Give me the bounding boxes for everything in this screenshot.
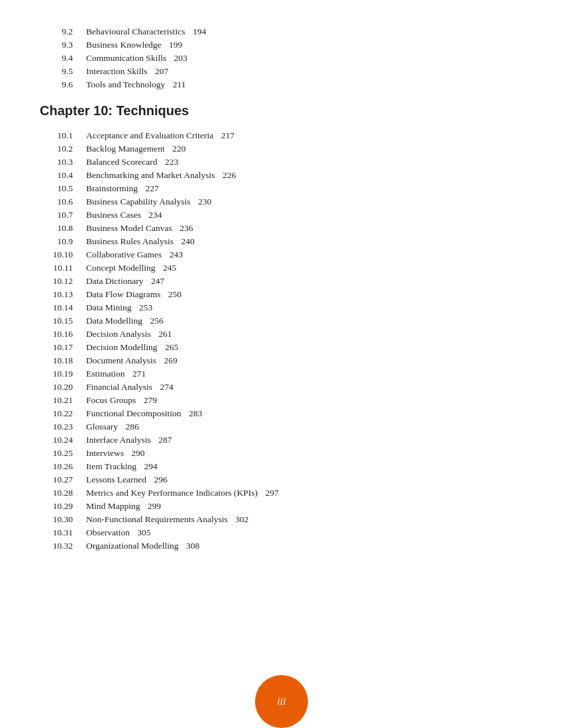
toc-page: 286 <box>123 422 139 432</box>
toc-title: Communication Skills 203 <box>86 53 523 64</box>
toc-page: 305 <box>135 527 151 537</box>
toc-page: 287 <box>156 435 172 445</box>
toc-title: Concept Modelling 245 <box>86 263 523 273</box>
toc-title: Data Dictionary 247 <box>86 276 523 287</box>
toc-page: 253 <box>137 302 153 312</box>
toc-number: 10.15 <box>40 316 86 326</box>
toc-title: Tools and Technology 211 <box>86 79 523 90</box>
toc-page: 211 <box>170 79 185 89</box>
toc-number: 10.22 <box>40 408 86 419</box>
toc-row: 10.9 Business Rules Analysis 240 <box>40 236 523 247</box>
toc-title: Document Analysis 269 <box>86 355 523 366</box>
toc-title: Interface Analysis 287 <box>86 435 523 445</box>
toc-title: Organizational Modelling 308 <box>86 541 523 551</box>
toc-page: 236 <box>178 223 193 233</box>
toc-row: 10.27 Lessons Learned 296 <box>40 475 523 485</box>
toc-page: 220 <box>170 144 186 154</box>
toc-number: 10.3 <box>40 157 86 167</box>
toc-row: 10.7 Business Cases 234 <box>40 210 523 220</box>
toc-number: 9.6 <box>40 79 86 90</box>
toc-page: 271 <box>130 369 146 379</box>
toc-number: 9.3 <box>40 40 86 50</box>
toc-row: 10.13 Data Flow Diagrams 250 <box>40 289 523 300</box>
toc-title: Glossary 286 <box>86 422 523 432</box>
toc-page: 296 <box>152 475 168 484</box>
toc-title: Data Modelling 256 <box>86 316 523 326</box>
toc-number: 10.30 <box>40 514 86 525</box>
toc-page: 299 <box>145 501 161 511</box>
toc-title: Business Capability Analysis 230 <box>86 197 523 207</box>
toc-row: 10.1 Acceptance and Evaluation Criteria … <box>40 130 523 141</box>
toc-number: 10.7 <box>40 210 86 220</box>
toc-page: 290 <box>129 448 145 458</box>
toc-title: Observation 305 <box>86 527 523 538</box>
toc-page: 245 <box>161 263 177 273</box>
toc-number: 10.8 <box>40 223 86 234</box>
toc-number: 9.2 <box>40 26 86 37</box>
toc-title: Focus Groups 279 <box>86 395 523 406</box>
toc-row: 10.20 Financial Analysis 274 <box>40 382 523 392</box>
toc-page: 265 <box>163 342 179 352</box>
toc-title: Decision Modelling 265 <box>86 342 523 353</box>
toc-title: Estimation 271 <box>86 369 523 379</box>
toc-row: 10.32 Organizational Modelling 308 <box>40 541 523 551</box>
toc-number: 10.29 <box>40 501 86 512</box>
toc-number: 10.2 <box>40 144 86 154</box>
toc-number: 10.10 <box>40 250 86 260</box>
toc-row: 10.18 Document Analysis 269 <box>40 355 523 366</box>
toc-page: 261 <box>156 329 172 339</box>
toc-title: Interaction Skills 207 <box>86 66 523 77</box>
toc-page: 203 <box>172 53 187 63</box>
page-footer: iii <box>255 675 308 708</box>
chapter9-section: 9.2 Behavioural Characteristics 194 9.3 … <box>40 26 523 90</box>
toc-title: Lessons Learned 296 <box>86 475 523 485</box>
toc-number: 10.28 <box>40 488 86 498</box>
toc-title: Acceptance and Evaluation Criteria 217 <box>86 130 523 141</box>
toc-page: 199 <box>167 40 183 50</box>
toc-number: 10.23 <box>40 422 86 432</box>
toc-row: 10.22 Functional Decomposition 283 <box>40 408 523 419</box>
toc-page: 247 <box>149 276 165 286</box>
toc-title: Brainstorming 227 <box>86 183 523 194</box>
toc-title: Item Tracking 294 <box>86 461 523 472</box>
page-number-circle: iii <box>255 675 308 728</box>
toc-number: 10.1 <box>40 130 86 141</box>
toc-page: 230 <box>196 197 212 206</box>
toc-number: 10.25 <box>40 448 86 459</box>
toc-page: 302 <box>233 514 249 524</box>
toc-page: 226 <box>221 170 236 180</box>
toc-row: 10.26 Item Tracking 294 <box>40 461 523 472</box>
toc-row: 10.16 Decision Analysis 261 <box>40 329 523 340</box>
toc-number: 10.4 <box>40 170 86 181</box>
toc-title: Balanced Scorecard 223 <box>86 157 523 167</box>
toc-number: 10.14 <box>40 302 86 313</box>
toc-row: 9.3 Business Knowledge 199 <box>40 40 523 50</box>
toc-row: 10.23 Glossary 286 <box>40 422 523 432</box>
chapter10-section: Chapter 10: Techniques 10.1 Acceptance a… <box>40 103 523 551</box>
toc-title: Benchmarking and Market Analysis 226 <box>86 170 523 181</box>
toc-row: 10.11 Concept Modelling 245 <box>40 263 523 273</box>
toc-page: 194 <box>191 26 207 36</box>
toc-number: 10.20 <box>40 382 86 392</box>
toc-row: 10.31 Observation 305 <box>40 527 523 538</box>
toc-title: Business Model Canvas 236 <box>86 223 523 234</box>
toc-number: 10.13 <box>40 289 86 300</box>
toc-title: Decision Analysis 261 <box>86 329 523 340</box>
toc-number: 10.27 <box>40 475 86 485</box>
toc-row: 10.15 Data Modelling 256 <box>40 316 523 326</box>
toc-page: 279 <box>141 395 157 405</box>
toc-number: 10.21 <box>40 395 86 406</box>
toc-page: 250 <box>166 289 181 299</box>
toc-page: 240 <box>179 236 195 246</box>
toc-page: 207 <box>153 66 169 76</box>
toc-title: Non-Functional Requirements Analysis 302 <box>86 514 523 525</box>
toc-row: 9.4 Communication Skills 203 <box>40 53 523 64</box>
toc-row: 10.4 Benchmarking and Market Analysis 22… <box>40 170 523 181</box>
toc-number: 10.31 <box>40 527 86 538</box>
toc-row: 10.17 Decision Modelling 265 <box>40 342 523 353</box>
toc-row: 9.5 Interaction Skills 207 <box>40 66 523 77</box>
toc-row: 10.25 Interviews 290 <box>40 448 523 459</box>
toc-page: 283 <box>187 408 203 418</box>
chapter10-heading: Chapter 10: Techniques <box>40 103 523 118</box>
toc-title: Backlog Management 220 <box>86 144 523 154</box>
